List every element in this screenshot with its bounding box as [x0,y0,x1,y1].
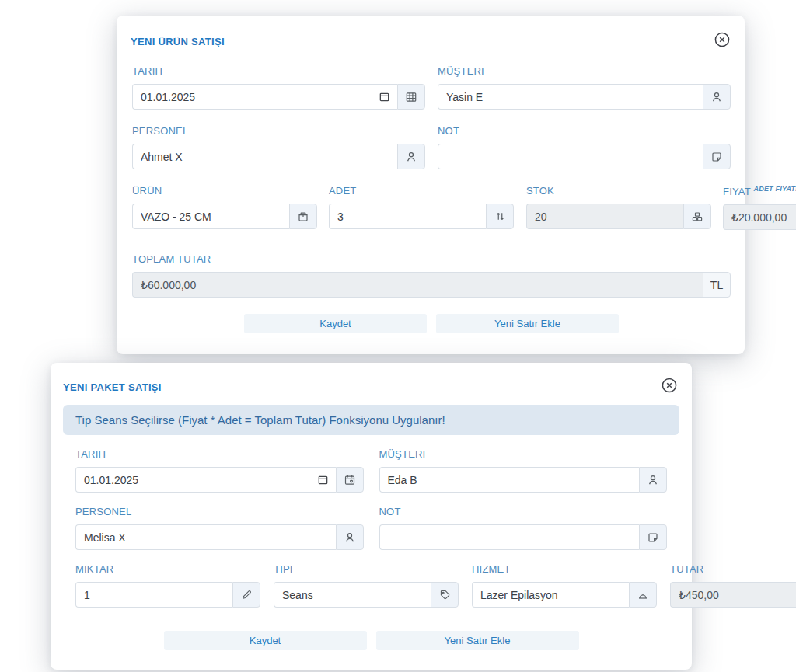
currency-tl-addon: TL [703,272,731,298]
urun-label: ÜRÜN [132,185,317,197]
not-label: NOT [379,506,668,517]
info-banner: Tip Seans Seçilirse (Fiyat * Adet = Topl… [63,405,679,435]
not-label: NOT [438,125,731,137]
add-row-button[interactable]: Yeni Satır Ekle [376,631,579,650]
hizmet-label: HIZMET [472,563,657,575]
hizmet-input[interactable] [472,582,629,608]
field-musteri: MÜŞTERI [379,448,668,493]
tutar-input [670,582,796,608]
personel-input[interactable] [132,144,397,169]
miktar-label: MIKTAR [75,563,260,575]
musteri-input[interactable] [438,84,703,110]
boxes-icon [683,204,711,229]
field-tarih: TARIH [132,65,425,110]
field-personel: PERSONEL [132,125,425,169]
close-button[interactable] [712,30,732,50]
box-icon[interactable] [289,204,317,229]
musteri-input[interactable] [379,467,640,493]
pencil-icon[interactable] [232,582,260,608]
field-tarih: TARIH [75,448,364,493]
product-sale-modal: YENI ÜRÜN SATIŞI TARIH [117,16,745,354]
close-icon [661,377,678,394]
musteri-label: MÜŞTERI [379,448,668,460]
sort-arrows-icon[interactable] [486,204,514,229]
adet-input[interactable] [329,204,486,229]
stok-label: STOK [526,185,711,197]
tarih-label: TARIH [75,448,364,460]
personel-input[interactable] [75,524,336,550]
musteri-label: MÜŞTERI [438,65,731,77]
tarih-input[interactable] [132,84,397,110]
tarih-input[interactable] [75,467,336,493]
tipi-label: TIPI [274,563,459,575]
miktar-input[interactable] [75,582,232,608]
toplam-tutar-label: TOPLAM TUTAR [132,253,731,265]
note-icon[interactable] [703,144,731,169]
adet-label: ADET [329,185,514,197]
note-icon[interactable] [639,524,667,550]
field-not: NOT [379,506,668,550]
fiyat-label: FIYAT ADET FIYATI [723,185,796,197]
add-row-button[interactable]: Yeni Satır Ekle [436,314,619,333]
tutar-label: TUTAR [670,563,796,575]
tarih-label: TARIH [132,65,425,77]
stok-input [526,204,683,229]
personel-label: PERSONEL [75,506,364,517]
fiyat-sublabel: ADET FIYATI [753,185,796,193]
package-sale-title: YENI PAKET SATIŞI [63,375,162,393]
product-sale-title: YENI ÜRÜN SATIŞI [131,30,225,47]
field-adet: ADET [329,185,514,230]
field-tipi: TIPI [274,563,459,612]
close-button[interactable] [659,375,679,395]
toplam-tutar-input [132,272,703,298]
field-tutar: TUTAR TL [670,563,796,612]
calendar-grid-icon[interactable] [397,84,425,110]
tag-icon[interactable] [431,582,459,608]
save-button[interactable]: Kaydet [244,314,427,333]
field-miktar: MIKTAR [75,563,260,612]
package-sale-modal: YENI PAKET SATIŞI Tip Seans Seçilirse (F… [51,363,692,670]
field-not: NOT [438,125,731,169]
person-icon[interactable] [397,144,425,169]
urun-input[interactable] [132,204,289,229]
field-musteri: MÜŞTERI [438,65,731,110]
person-icon[interactable] [639,467,667,493]
field-personel: PERSONEL [75,506,364,550]
service-bell-icon[interactable] [629,582,657,608]
field-toplam-tutar: TOPLAM TUTAR TL [132,253,731,298]
field-stok: STOK [526,185,711,230]
person-icon[interactable] [703,84,731,110]
field-urun: ÜRÜN [132,185,317,230]
personel-label: PERSONEL [132,125,425,137]
not-input[interactable] [379,524,640,550]
page: YENI ÜRÜN SATIŞI TARIH [0,0,796,672]
person-icon[interactable] [336,524,364,550]
tipi-input[interactable] [274,582,431,608]
not-input[interactable] [438,144,703,169]
field-fiyat: FIYAT ADET FIYATI TL [723,185,796,230]
save-button[interactable]: Kaydet [164,631,367,650]
close-icon [714,31,731,48]
field-hizmet: HIZMET [472,563,657,612]
fiyat-input [723,204,796,230]
calendar-event-icon[interactable] [336,467,364,493]
